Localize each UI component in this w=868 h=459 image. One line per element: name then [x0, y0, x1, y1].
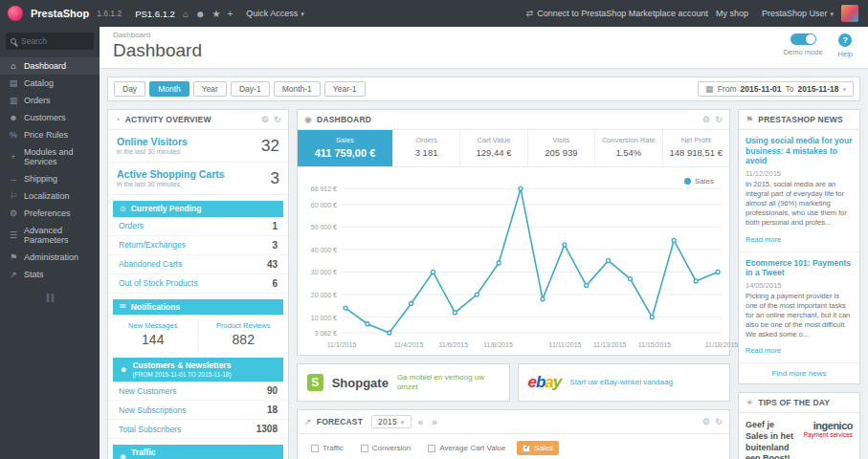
checkbox-icon[interactable]	[428, 445, 435, 452]
forecast-legend-traffic[interactable]: Traffic	[305, 441, 349, 455]
my-shop-link[interactable]: My shop	[716, 9, 748, 18]
sidebar-item-label: Modules and Services	[24, 147, 91, 166]
sidebar-search[interactable]	[6, 33, 94, 50]
news-panel-title: PRESTASHOP NEWS	[758, 115, 843, 124]
pending-value: 6	[272, 278, 278, 289]
user-avatar[interactable]	[841, 5, 858, 22]
pending-row: Orders1	[108, 217, 288, 236]
sidebar-collapse-icon[interactable]	[0, 293, 100, 302]
addons-icon[interactable]: +	[227, 9, 233, 19]
gear-icon[interactable]	[702, 417, 710, 426]
checkbox-icon[interactable]	[311, 445, 319, 452]
pending-label-link[interactable]: Return/Exchanges	[119, 240, 186, 250]
sidebar-item-price-rules[interactable]: %Price Rules	[0, 126, 100, 143]
sidebar-item-administration[interactable]: ⚑Administration	[0, 249, 100, 266]
online-visitors-link[interactable]: Online Visitors in the last 30 minutes	[117, 136, 188, 156]
find-more-news-link[interactable]: Find more news	[739, 363, 859, 383]
article-headline[interactable]: Ecommerce 101: Payments in a Tweet	[746, 258, 853, 278]
ebay-cta-link[interactable]: Start uw eBay-winkel vandaag	[569, 378, 673, 387]
refresh-icon[interactable]	[274, 115, 281, 124]
sidebar-item-advanced-parameters[interactable]: ☰Advanced Parameters	[0, 222, 100, 249]
notification-new-messages[interactable]: New Messages144	[108, 318, 199, 352]
customers-label-link[interactable]: New Subscriptions	[119, 405, 186, 415]
storefront-icon[interactable]: ⌂	[183, 9, 189, 19]
news-articles: Using social media for your business: 4 …	[739, 130, 859, 363]
sidebar-item-label: Customers	[24, 113, 66, 122]
pending-label-link[interactable]: Abandoned Carts	[119, 259, 182, 269]
kpi-value: 1.54%	[597, 147, 659, 158]
question-mark-icon[interactable]: ?	[838, 33, 852, 47]
sidebar-item-modules-and-services[interactable]: +Modules and Services	[0, 143, 100, 170]
gear-icon[interactable]	[261, 115, 269, 124]
sidebar-item-orders[interactable]: ▥Orders	[0, 92, 100, 109]
article-headline[interactable]: Using social media for your business: 4 …	[746, 136, 853, 166]
quick-access-menu[interactable]: Quick Access	[246, 9, 304, 18]
period-button-month-1[interactable]: Month-1	[274, 81, 321, 97]
kpi-orders[interactable]: Orders3 181	[393, 130, 460, 166]
period-button-month[interactable]: Month	[149, 81, 189, 97]
sidebar-item-customers[interactable]: ☻Customers	[0, 109, 100, 126]
kpi-conversion-rate[interactable]: Conversion Rate1.54%	[595, 130, 662, 166]
customers-icon: ☻	[9, 113, 18, 122]
truck-icon: →	[9, 174, 18, 184]
activity-panel-title: ACTIVITY OVERVIEW	[125, 115, 211, 124]
ingenico-wordmark: ingenico	[804, 420, 853, 431]
forecast-legend-conversion[interactable]: Conversion	[355, 441, 416, 455]
period-button-day[interactable]: Day	[114, 81, 145, 97]
ebay-module[interactable]: ebay Start uw eBay-winkel vandaag	[518, 363, 731, 402]
shopgate-module[interactable]: S Shopgate Ga mobiel en verhoog uw omzet	[297, 363, 510, 402]
kpi-visits[interactable]: Visits205 939	[528, 130, 595, 166]
toggle-on-icon[interactable]	[790, 33, 816, 45]
shopgate-cta-link[interactable]: Ga mobiel en verhoog uw omzet	[397, 373, 500, 391]
pending-title: Currently Pending	[131, 204, 202, 214]
pending-label-link[interactable]: Orders	[119, 221, 144, 230]
sidebar-item-localization[interactable]: ⚐Localization	[0, 187, 100, 205]
checkbox-icon[interactable]	[361, 445, 368, 452]
star-icon[interactable]: ★	[211, 9, 220, 19]
article-date: 11/12/2015	[746, 169, 853, 178]
article-read-more-link[interactable]: Read more	[746, 346, 781, 355]
forecast-legend-average-cart-value[interactable]: Average Cart Value	[422, 441, 511, 455]
content-area: DayMonthYearDay-1Month-1Year-1 From 2015…	[100, 69, 868, 459]
active-carts-link[interactable]: Active Shopping Carts in the last 30 min…	[117, 168, 225, 188]
date-range-picker[interactable]: From 2015-11-01 To 2015-11-18	[698, 81, 854, 97]
pending-label-link[interactable]: Out of Stock Products	[119, 278, 198, 288]
previous-icon[interactable]: «	[416, 417, 426, 427]
refresh-icon[interactable]	[715, 417, 723, 426]
kpi-net-profit[interactable]: Net Profit148 918,51 €	[663, 130, 729, 166]
period-button-year-1[interactable]: Year-1	[324, 81, 366, 97]
sidebar-item-dashboard[interactable]: ⌂Dashboard	[0, 57, 100, 75]
shop-name-link[interactable]: PS1.6.1.2	[135, 9, 175, 19]
sidebar-item-shipping[interactable]: →Shipping	[0, 170, 100, 187]
forecast-legend: TrafficConversionAverage Cart ValueSales	[298, 434, 729, 459]
customers-label-link[interactable]: New Customers	[119, 386, 176, 396]
gear-icon[interactable]	[702, 115, 710, 124]
customers-rows: New Customers90New Subscriptions18Total …	[108, 382, 288, 439]
sidebar-item-catalog[interactable]: ▤Catalog	[0, 75, 100, 92]
tips-icon: ☀	[746, 398, 753, 407]
connect-icon	[526, 9, 534, 18]
demo-mode-toggle[interactable]: Demo mode	[784, 33, 823, 56]
forecast-year-select[interactable]: 2015	[371, 415, 411, 428]
customers-quick-icon[interactable]: ☻	[195, 9, 206, 19]
period-button-day-1[interactable]: Day-1	[231, 81, 270, 97]
period-button-year[interactable]: Year	[193, 81, 227, 97]
kpi-cart-value[interactable]: Cart Value129,44 €	[460, 130, 527, 166]
refresh-icon[interactable]	[715, 115, 723, 124]
article-read-more-link[interactable]: Read more	[746, 235, 781, 244]
next-icon[interactable]: »	[430, 417, 439, 427]
kpi-sales[interactable]: Sales411 759,00 €	[298, 130, 393, 166]
notification-product-reviews[interactable]: Product Reviews882	[199, 318, 289, 352]
sidebar-item-preferences[interactable]: ⚙Preferences	[0, 205, 100, 222]
sidebar-item-stats[interactable]: ↗Stats	[0, 266, 100, 283]
news-article: Ecommerce 101: Payments in a Tweet14/05/…	[739, 252, 859, 364]
customers-label-link[interactable]: Total Subscribers	[119, 425, 181, 434]
user-menu[interactable]: PrestaShop User	[762, 9, 834, 18]
search-input[interactable]	[21, 36, 86, 46]
marketplace-connect-link[interactable]: Connect to PrestaShop Marketplace accoun…	[526, 9, 708, 18]
checkbox-icon[interactable]	[523, 445, 530, 452]
sidebar: ⌂Dashboard▤Catalog▥Orders☻Customers%Pric…	[0, 27, 100, 459]
help-button[interactable]: ? Help	[838, 33, 853, 58]
customers-row: New Customers90	[108, 382, 288, 401]
forecast-legend-sales[interactable]: Sales	[517, 441, 559, 455]
